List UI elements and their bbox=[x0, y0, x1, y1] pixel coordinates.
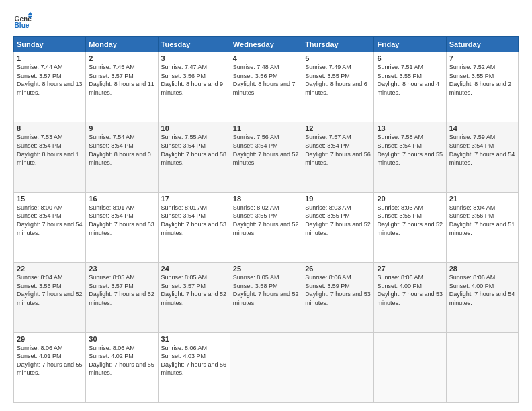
day-number: 26 bbox=[305, 265, 371, 273]
calendar-header-wednesday: Wednesday bbox=[230, 37, 302, 52]
day-info: Sunrise: 7:44 AMSunset: 3:57 PMDaylight:… bbox=[17, 64, 83, 96]
calendar-day-2: 2Sunrise: 7:45 AMSunset: 3:57 PMDaylight… bbox=[86, 52, 158, 122]
day-info: Sunrise: 8:06 AMSunset: 4:02 PMDaylight:… bbox=[89, 345, 154, 377]
day-info: Sunrise: 8:01 AMSunset: 3:54 PMDaylight:… bbox=[89, 204, 154, 236]
day-info: Sunrise: 7:48 AMSunset: 3:56 PMDaylight:… bbox=[233, 64, 296, 96]
day-info: Sunrise: 7:51 AMSunset: 3:55 PMDaylight:… bbox=[377, 64, 439, 96]
calendar-header-tuesday: Tuesday bbox=[158, 37, 230, 52]
day-number: 24 bbox=[161, 265, 227, 273]
day-info: Sunrise: 7:47 AMSunset: 3:56 PMDaylight:… bbox=[161, 64, 224, 96]
day-info: Sunrise: 8:06 AMSunset: 4:01 PMDaylight:… bbox=[17, 345, 83, 377]
day-info: Sunrise: 8:06 AMSunset: 3:59 PMDaylight:… bbox=[305, 274, 371, 306]
day-number: 4 bbox=[233, 54, 299, 62]
calendar-day-16: 16Sunrise: 8:01 AMSunset: 3:54 PMDayligh… bbox=[86, 192, 158, 262]
page: General Blue SundayMondayTuesdayWednesda… bbox=[0, 0, 532, 411]
logo-icon: General Blue bbox=[13, 11, 32, 30]
day-number: 5 bbox=[305, 54, 371, 62]
day-number: 8 bbox=[17, 124, 83, 132]
header: General Blue bbox=[13, 11, 519, 30]
calendar-week-1: 1Sunrise: 7:44 AMSunset: 3:57 PMDaylight… bbox=[14, 52, 519, 122]
calendar-week-4: 22Sunrise: 8:04 AMSunset: 3:56 PMDayligh… bbox=[14, 263, 519, 332]
day-info: Sunrise: 8:04 AMSunset: 3:56 PMDaylight:… bbox=[17, 274, 83, 306]
calendar-header-monday: Monday bbox=[86, 37, 158, 52]
calendar-table: SundayMondayTuesdayWednesdayThursdayFrid… bbox=[13, 36, 519, 403]
calendar-day-7: 7Sunrise: 7:52 AMSunset: 3:55 PMDaylight… bbox=[446, 52, 518, 122]
day-number: 6 bbox=[377, 54, 443, 62]
day-number: 27 bbox=[377, 265, 443, 273]
calendar-day-26: 26Sunrise: 8:06 AMSunset: 3:59 PMDayligh… bbox=[302, 263, 374, 332]
calendar-empty-cell bbox=[374, 332, 446, 402]
logo: General Blue bbox=[13, 11, 35, 30]
calendar-day-9: 9Sunrise: 7:54 AMSunset: 3:54 PMDaylight… bbox=[86, 122, 158, 192]
calendar-day-12: 12Sunrise: 7:57 AMSunset: 3:54 PMDayligh… bbox=[302, 122, 374, 192]
calendar-day-29: 29Sunrise: 8:06 AMSunset: 4:01 PMDayligh… bbox=[14, 332, 86, 402]
svg-text:Blue: Blue bbox=[15, 21, 30, 29]
day-number: 21 bbox=[449, 195, 515, 203]
calendar-empty-cell bbox=[302, 332, 374, 402]
day-info: Sunrise: 8:06 AMSunset: 4:00 PMDaylight:… bbox=[449, 274, 515, 306]
day-info: Sunrise: 7:52 AMSunset: 3:55 PMDaylight:… bbox=[449, 64, 512, 96]
calendar-day-14: 14Sunrise: 7:59 AMSunset: 3:54 PMDayligh… bbox=[446, 122, 518, 192]
day-info: Sunrise: 8:03 AMSunset: 3:55 PMDaylight:… bbox=[305, 204, 371, 236]
calendar-day-1: 1Sunrise: 7:44 AMSunset: 3:57 PMDaylight… bbox=[14, 52, 86, 122]
calendar-day-23: 23Sunrise: 8:05 AMSunset: 3:57 PMDayligh… bbox=[86, 263, 158, 332]
calendar-week-2: 8Sunrise: 7:53 AMSunset: 3:54 PMDaylight… bbox=[14, 122, 519, 192]
day-info: Sunrise: 7:56 AMSunset: 3:54 PMDaylight:… bbox=[233, 134, 299, 166]
calendar-header-saturday: Saturday bbox=[446, 37, 518, 52]
calendar-day-10: 10Sunrise: 7:55 AMSunset: 3:54 PMDayligh… bbox=[158, 122, 230, 192]
day-info: Sunrise: 7:54 AMSunset: 3:54 PMDaylight:… bbox=[89, 134, 151, 166]
calendar-day-24: 24Sunrise: 8:05 AMSunset: 3:57 PMDayligh… bbox=[158, 263, 230, 332]
calendar-day-17: 17Sunrise: 8:01 AMSunset: 3:54 PMDayligh… bbox=[158, 192, 230, 262]
day-info: Sunrise: 8:04 AMSunset: 3:56 PMDaylight:… bbox=[449, 204, 515, 236]
calendar-header-thursday: Thursday bbox=[302, 37, 374, 52]
calendar-day-18: 18Sunrise: 8:02 AMSunset: 3:55 PMDayligh… bbox=[230, 192, 302, 262]
day-info: Sunrise: 7:58 AMSunset: 3:54 PMDaylight:… bbox=[377, 134, 443, 166]
calendar-day-13: 13Sunrise: 7:58 AMSunset: 3:54 PMDayligh… bbox=[374, 122, 446, 192]
day-number: 17 bbox=[161, 195, 227, 203]
calendar-day-31: 31Sunrise: 8:06 AMSunset: 4:03 PMDayligh… bbox=[158, 332, 230, 402]
calendar-empty-cell bbox=[446, 332, 518, 402]
day-number: 30 bbox=[89, 335, 154, 343]
day-number: 31 bbox=[161, 335, 227, 343]
day-number: 19 bbox=[305, 195, 371, 203]
day-number: 23 bbox=[89, 265, 154, 273]
day-info: Sunrise: 8:05 AMSunset: 3:58 PMDaylight:… bbox=[233, 274, 299, 306]
day-number: 2 bbox=[89, 54, 154, 62]
calendar-day-30: 30Sunrise: 8:06 AMSunset: 4:02 PMDayligh… bbox=[86, 332, 158, 402]
day-info: Sunrise: 7:49 AMSunset: 3:55 PMDaylight:… bbox=[305, 64, 367, 96]
calendar-day-5: 5Sunrise: 7:49 AMSunset: 3:55 PMDaylight… bbox=[302, 52, 374, 122]
day-number: 1 bbox=[17, 54, 83, 62]
calendar-day-11: 11Sunrise: 7:56 AMSunset: 3:54 PMDayligh… bbox=[230, 122, 302, 192]
day-number: 20 bbox=[377, 195, 443, 203]
calendar-day-25: 25Sunrise: 8:05 AMSunset: 3:58 PMDayligh… bbox=[230, 263, 302, 332]
calendar-day-8: 8Sunrise: 7:53 AMSunset: 3:54 PMDaylight… bbox=[14, 122, 86, 192]
day-info: Sunrise: 7:59 AMSunset: 3:54 PMDaylight:… bbox=[449, 134, 515, 166]
day-info: Sunrise: 7:55 AMSunset: 3:54 PMDaylight:… bbox=[161, 134, 227, 166]
day-number: 11 bbox=[233, 124, 299, 132]
calendar-day-27: 27Sunrise: 8:06 AMSunset: 4:00 PMDayligh… bbox=[374, 263, 446, 332]
day-number: 9 bbox=[89, 124, 154, 132]
calendar-week-5: 29Sunrise: 8:06 AMSunset: 4:01 PMDayligh… bbox=[14, 332, 519, 402]
day-info: Sunrise: 8:03 AMSunset: 3:55 PMDaylight:… bbox=[377, 204, 443, 236]
calendar-day-19: 19Sunrise: 8:03 AMSunset: 3:55 PMDayligh… bbox=[302, 192, 374, 262]
calendar-header-sunday: Sunday bbox=[14, 37, 86, 52]
day-number: 16 bbox=[89, 195, 154, 203]
day-number: 25 bbox=[233, 265, 299, 273]
day-number: 12 bbox=[305, 124, 371, 132]
day-number: 29 bbox=[17, 335, 83, 343]
calendar-day-21: 21Sunrise: 8:04 AMSunset: 3:56 PMDayligh… bbox=[446, 192, 518, 262]
calendar-day-3: 3Sunrise: 7:47 AMSunset: 3:56 PMDaylight… bbox=[158, 52, 230, 122]
day-info: Sunrise: 7:53 AMSunset: 3:54 PMDaylight:… bbox=[17, 134, 79, 166]
calendar-day-6: 6Sunrise: 7:51 AMSunset: 3:55 PMDaylight… bbox=[374, 52, 446, 122]
day-number: 3 bbox=[161, 54, 227, 62]
day-info: Sunrise: 8:06 AMSunset: 4:03 PMDaylight:… bbox=[161, 345, 227, 377]
calendar-header-friday: Friday bbox=[374, 37, 446, 52]
calendar-header-row: SundayMondayTuesdayWednesdayThursdayFrid… bbox=[14, 37, 519, 52]
calendar-day-28: 28Sunrise: 8:06 AMSunset: 4:00 PMDayligh… bbox=[446, 263, 518, 332]
day-info: Sunrise: 8:06 AMSunset: 4:00 PMDaylight:… bbox=[377, 274, 443, 306]
day-number: 28 bbox=[449, 265, 515, 273]
day-info: Sunrise: 7:57 AMSunset: 3:54 PMDaylight:… bbox=[305, 134, 371, 166]
day-info: Sunrise: 8:02 AMSunset: 3:55 PMDaylight:… bbox=[233, 204, 299, 236]
calendar-empty-cell bbox=[230, 332, 302, 402]
day-info: Sunrise: 8:00 AMSunset: 3:54 PMDaylight:… bbox=[17, 204, 83, 236]
